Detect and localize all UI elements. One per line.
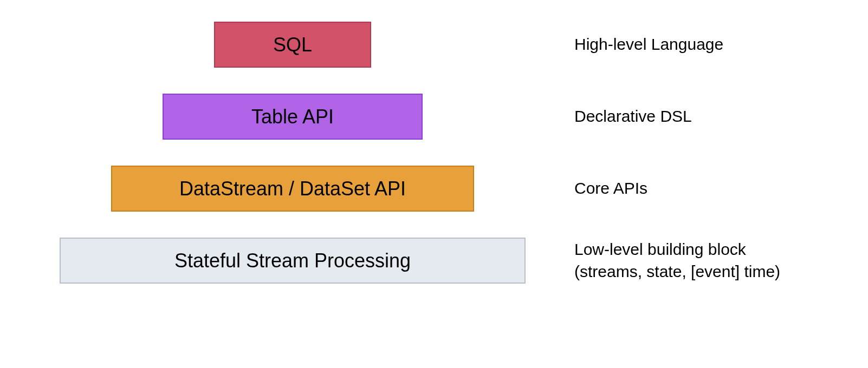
layer-box-area: Table API <box>54 94 531 140</box>
layer-box-datastream: DataStream / DataSet API <box>111 166 474 212</box>
layer-description: High-level Language <box>574 34 723 56</box>
layer-box-label: DataStream / DataSet API <box>179 178 406 200</box>
layer-box-stateful: Stateful Stream Processing <box>60 238 526 284</box>
layer-description: Low-level building block(streams, state,… <box>574 239 780 282</box>
layer-box-area: DataStream / DataSet API <box>54 166 531 212</box>
layer-box-table-api: Table API <box>163 94 423 140</box>
layer-description: Core APIs <box>574 178 647 200</box>
layer-box-area: Stateful Stream Processing <box>54 238 531 284</box>
api-layers-diagram: SQL High-level Language Table API Declar… <box>54 22 813 310</box>
layer-description: Declarative DSL <box>574 106 692 128</box>
layer-box-area: SQL <box>54 22 531 68</box>
layer-row-datastream: DataStream / DataSet API Core APIs <box>54 166 813 212</box>
layer-box-sql: SQL <box>214 22 371 68</box>
layer-row-stateful: Stateful Stream Processing Low-level bui… <box>54 238 813 284</box>
layer-box-label: SQL <box>273 34 312 56</box>
layer-row-table-api: Table API Declarative DSL <box>54 94 813 140</box>
layer-box-label: Table API <box>251 106 334 128</box>
layer-box-label: Stateful Stream Processing <box>174 249 411 272</box>
layer-row-sql: SQL High-level Language <box>54 22 813 68</box>
